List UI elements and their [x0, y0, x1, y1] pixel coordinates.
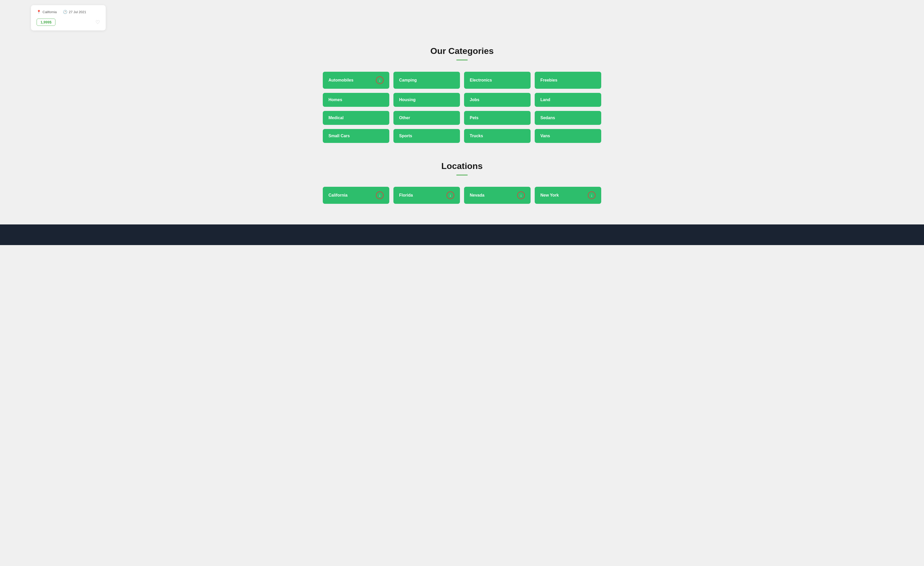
category-label: Medical: [328, 116, 344, 120]
category-label: Camping: [399, 78, 417, 83]
category-btn-sports[interactable]: Sports: [393, 129, 460, 143]
location-label: California: [328, 193, 348, 197]
card-location: 📍 California: [37, 10, 57, 14]
card-date: 🕐 27 Jul 2021: [63, 10, 86, 14]
categories-divider: [456, 60, 468, 60]
category-label: Freebies: [540, 78, 557, 83]
category-btn-small-cars[interactable]: Small Cars: [323, 129, 389, 143]
card-date-text: 27 Jul 2021: [69, 10, 86, 14]
category-label: Sports: [399, 134, 412, 138]
category-label: Jobs: [470, 98, 479, 102]
location-btn-new-york[interactable]: New York↓: [535, 187, 601, 204]
category-btn-housing[interactable]: Housing: [393, 93, 460, 107]
category-btn-electronics[interactable]: Electronics: [464, 72, 531, 89]
location-label: Florida: [399, 193, 413, 197]
pin-icon: 📍: [37, 10, 41, 14]
category-label: Pets: [470, 116, 478, 120]
listing-card: 📍 California 🕐 27 Jul 2021 1,999$ ♡: [31, 5, 106, 30]
location-label: Nevada: [470, 193, 484, 197]
category-btn-automobiles[interactable]: Automobiles↓: [323, 72, 389, 89]
top-card-area: 📍 California 🕐 27 Jul 2021 1,999$ ♡: [0, 0, 924, 30]
location-btn-california[interactable]: California↓: [323, 187, 389, 204]
heart-icon[interactable]: ♡: [95, 19, 100, 25]
category-btn-camping[interactable]: Camping: [393, 72, 460, 89]
category-btn-medical[interactable]: Medical: [323, 111, 389, 125]
category-label: Land: [540, 98, 550, 102]
categories-section: Our Categories Automobiles↓CampingElectr…: [323, 46, 601, 143]
down-arrow-icon: ↓: [517, 191, 525, 199]
category-label: Housing: [399, 98, 416, 102]
category-btn-land[interactable]: Land: [535, 93, 601, 107]
locations-title: Locations: [323, 161, 601, 171]
clock-icon: 🕐: [63, 10, 67, 14]
category-btn-pets[interactable]: Pets: [464, 111, 531, 125]
location-btn-nevada[interactable]: Nevada↓: [464, 187, 531, 204]
category-btn-other[interactable]: Other: [393, 111, 460, 125]
categories-title: Our Categories: [323, 46, 601, 56]
category-btn-homes[interactable]: Homes: [323, 93, 389, 107]
category-btn-sedans[interactable]: Sedans: [535, 111, 601, 125]
card-footer: 1,999$ ♡: [37, 18, 100, 26]
category-label: Other: [399, 116, 410, 120]
category-label: Electronics: [470, 78, 492, 83]
footer: [0, 224, 924, 245]
locations-divider: [456, 175, 468, 175]
down-arrow-icon: ↓: [447, 191, 454, 199]
price-badge: 1,999$: [37, 18, 56, 26]
main-content: Our Categories Automobiles↓CampingElectr…: [318, 30, 606, 204]
down-arrow-icon: ↓: [376, 76, 384, 84]
category-btn-vans[interactable]: Vans: [535, 129, 601, 143]
card-meta: 📍 California 🕐 27 Jul 2021: [37, 10, 100, 14]
locations-section: Locations California↓Florida↓Nevada↓New …: [323, 161, 601, 204]
category-label: Small Cars: [328, 134, 350, 138]
down-arrow-icon: ↓: [588, 191, 596, 199]
category-label: Sedans: [540, 116, 555, 120]
locations-grid: California↓Florida↓Nevada↓New York↓: [323, 187, 601, 204]
category-btn-freebies[interactable]: Freebies: [535, 72, 601, 89]
category-label: Vans: [540, 134, 550, 138]
category-label: Automobiles: [328, 78, 354, 83]
category-grid: Automobiles↓CampingElectronicsFreebiesHo…: [323, 72, 601, 143]
card-location-text: California: [42, 10, 57, 14]
category-btn-trucks[interactable]: Trucks: [464, 129, 531, 143]
location-label: New York: [540, 193, 559, 197]
down-arrow-icon: ↓: [376, 191, 384, 199]
location-btn-florida[interactable]: Florida↓: [393, 187, 460, 204]
category-btn-jobs[interactable]: Jobs: [464, 93, 531, 107]
category-label: Homes: [328, 98, 342, 102]
category-label: Trucks: [470, 134, 483, 138]
